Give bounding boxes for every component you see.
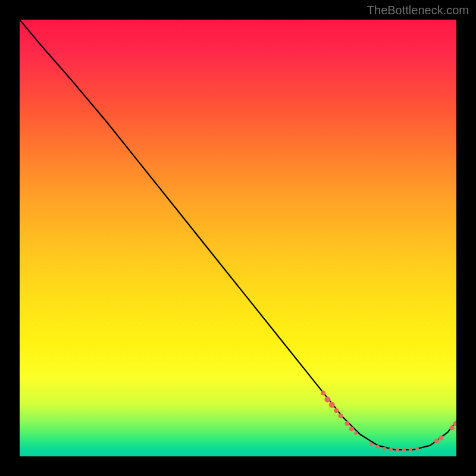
scatter-point xyxy=(321,391,325,396)
scatter-point xyxy=(439,436,443,440)
chart-plot-area xyxy=(20,20,456,456)
scatter-point xyxy=(329,402,335,408)
scatter-point xyxy=(434,439,439,443)
scatter-point xyxy=(450,425,455,430)
scatter-point xyxy=(389,447,393,451)
chart-curve xyxy=(20,20,456,450)
chart-svg-overlay xyxy=(20,20,456,456)
scatter-point xyxy=(409,447,412,451)
watermark-text: TheBottleneck.com xyxy=(367,4,469,17)
scatter-point xyxy=(415,447,419,450)
scatter-point xyxy=(354,431,358,435)
scatter-point xyxy=(324,397,330,403)
scatter-point xyxy=(369,442,373,446)
scatter-point xyxy=(345,421,350,426)
scatter-point xyxy=(383,447,386,450)
scatter-point xyxy=(402,448,406,452)
chart-scatter-points xyxy=(321,391,456,452)
scatter-point xyxy=(334,408,339,413)
scatter-point xyxy=(349,427,354,431)
scatter-point xyxy=(396,448,399,452)
scatter-point xyxy=(376,445,380,449)
scatter-point xyxy=(338,414,343,418)
